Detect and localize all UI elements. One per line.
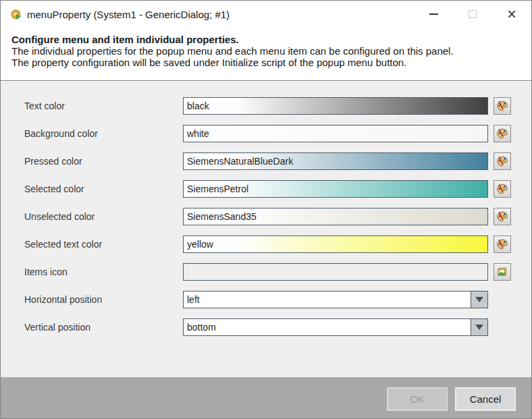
- field-value: bottom: [187, 319, 216, 335]
- items-icon-label: Items icon: [24, 263, 68, 281]
- selected-color-label: Selected color: [24, 180, 84, 198]
- field-value: white: [187, 125, 209, 142]
- form: Text color black Background color white: [1, 82, 531, 377]
- app-gear-icon: [9, 8, 22, 20]
- form-row-text-color: Text color black: [1, 97, 531, 115]
- pressed-color-field[interactable]: SiemensNaturalBlueDark: [183, 152, 488, 170]
- selected-color-field[interactable]: SiemensPetrol: [183, 180, 488, 198]
- color-picker-button[interactable]: [494, 152, 511, 170]
- chevron-down-icon: [475, 325, 483, 330]
- palette-icon: [496, 211, 508, 223]
- minimize-icon: [429, 13, 438, 15]
- palette-icon: [496, 128, 508, 140]
- palette-icon: [496, 100, 508, 112]
- footer: OK Cancel: [1, 377, 531, 418]
- color-picker-button[interactable]: [494, 97, 511, 115]
- field-value: SiemensSand35: [187, 208, 257, 225]
- items-icon-field[interactable]: [183, 263, 488, 281]
- field-value: left: [187, 291, 200, 308]
- form-row-pressed-color: Pressed color SiemensNaturalBlueDark: [1, 152, 531, 170]
- color-picker-button[interactable]: [494, 125, 511, 142]
- maximize-button[interactable]: [453, 1, 492, 28]
- header-description-2: The property configuration will be saved…: [11, 57, 522, 68]
- close-button[interactable]: ×: [492, 1, 531, 28]
- palette-icon: [496, 183, 508, 195]
- color-picker-button[interactable]: [494, 180, 511, 198]
- field-value: black: [187, 98, 209, 114]
- text-color-label: Text color: [24, 97, 65, 115]
- maximize-icon: [469, 10, 477, 18]
- form-row-unselected-color: Unselected color SiemensSand35: [1, 208, 531, 225]
- field-value: yellow: [187, 236, 213, 252]
- cancel-button[interactable]: Cancel: [455, 387, 516, 411]
- form-row-selected-text-color: Selected text color yellow: [1, 235, 531, 253]
- window-title: menuProperty (System1 - GenericDialog; #…: [27, 9, 230, 20]
- form-row-horizontal-position: Horizontal position left: [1, 291, 531, 308]
- header: Configure menu and item individual prope…: [1, 28, 531, 81]
- vertical-position-select[interactable]: bottom: [183, 318, 488, 336]
- dialog-window: menuProperty (System1 - GenericDialog; #…: [0, 0, 532, 419]
- selected-text-color-field[interactable]: yellow: [183, 235, 488, 253]
- close-icon: ×: [507, 7, 516, 22]
- picture-icon: [496, 266, 508, 278]
- dropdown-arrow-box[interactable]: [471, 319, 487, 335]
- unselected-color-field[interactable]: SiemensSand35: [183, 208, 488, 225]
- ok-button[interactable]: OK: [387, 387, 448, 411]
- vertical-position-label: Vertical position: [24, 318, 90, 336]
- horizontal-position-select[interactable]: left: [183, 291, 488, 308]
- icon-picker-button[interactable]: [494, 263, 511, 281]
- background-color-label: Background color: [24, 125, 98, 142]
- header-description-1: The individual properties for the popup …: [11, 45, 522, 57]
- palette-icon: [496, 155, 508, 167]
- pressed-color-label: Pressed color: [24, 152, 82, 170]
- background-color-field[interactable]: white: [183, 125, 488, 142]
- selected-text-color-label: Selected text color: [24, 235, 102, 253]
- header-heading: Configure menu and item individual prope…: [11, 34, 522, 45]
- color-picker-button[interactable]: [494, 208, 511, 225]
- chevron-down-icon: [475, 297, 483, 302]
- form-row-vertical-position: Vertical position bottom: [1, 318, 531, 336]
- field-value: SiemensNaturalBlueDark: [187, 153, 293, 169]
- minimize-button[interactable]: [414, 1, 453, 28]
- palette-icon: [496, 238, 508, 250]
- window-controls: ×: [414, 1, 531, 28]
- unselected-color-label: Unselected color: [24, 208, 95, 225]
- color-picker-button[interactable]: [494, 235, 511, 253]
- form-row-background-color: Background color white: [1, 125, 531, 142]
- text-color-field[interactable]: black: [183, 97, 488, 115]
- dropdown-arrow-box[interactable]: [471, 291, 487, 308]
- title-bar: menuProperty (System1 - GenericDialog; #…: [1, 1, 531, 28]
- horizontal-position-label: Horizontal position: [24, 291, 102, 308]
- form-row-selected-color: Selected color SiemensPetrol: [1, 180, 531, 198]
- field-value: SiemensPetrol: [187, 181, 248, 197]
- form-row-items-icon: Items icon: [1, 263, 531, 281]
